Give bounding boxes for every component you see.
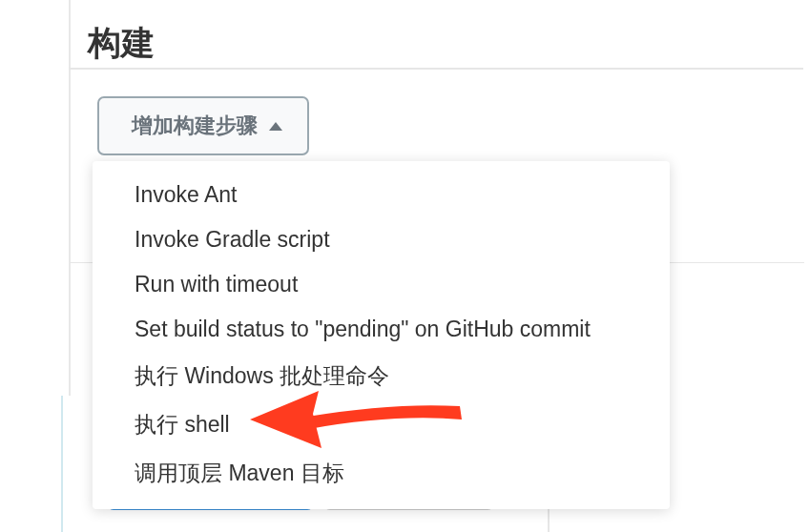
menu-item-windows-batch[interactable]: 执行 Windows 批处理命令 (93, 352, 670, 400)
add-build-step-label: 增加构建步骤 (132, 112, 258, 140)
menu-item-invoke-gradle[interactable]: Invoke Gradle script (93, 217, 670, 262)
panel-left-border (61, 396, 63, 532)
caret-up-icon (269, 122, 282, 131)
add-build-step-wrap: 增加构建步骤 Invoke Ant Invoke Gradle script R… (69, 70, 809, 155)
section-title: 构建 (69, 0, 803, 70)
add-build-step-button[interactable]: 增加构建步骤 (97, 96, 309, 155)
build-step-menu: Invoke Ant Invoke Gradle script Run with… (93, 161, 670, 509)
build-section: 构建 增加构建步骤 Invoke Ant Invoke Gradle scrip… (0, 0, 809, 155)
menu-item-run-timeout[interactable]: Run with timeout (93, 262, 670, 307)
menu-item-execute-shell[interactable]: 执行 shell (93, 400, 670, 449)
menu-item-invoke-ant[interactable]: Invoke Ant (93, 173, 670, 217)
menu-item-maven-top[interactable]: 调用顶层 Maven 目标 (93, 449, 670, 498)
menu-item-github-pending[interactable]: Set build status to "pending" on GitHub … (93, 307, 670, 352)
